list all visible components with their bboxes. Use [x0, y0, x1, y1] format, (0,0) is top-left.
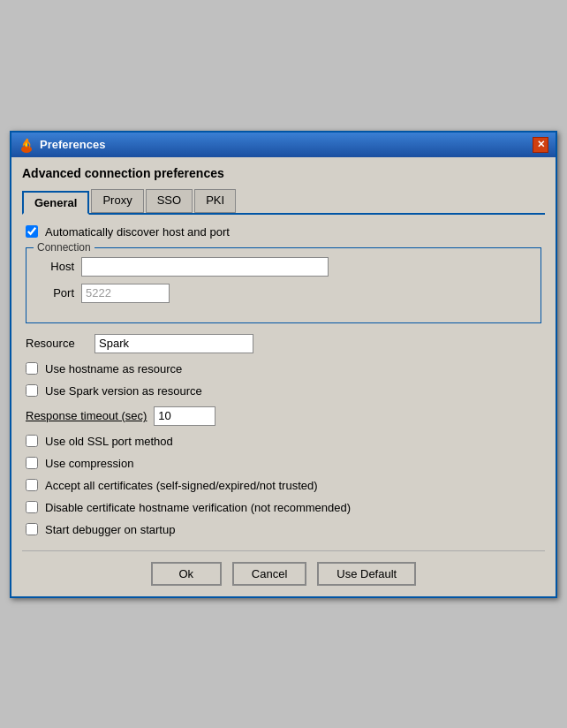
accept-certs-row: Accept all certificates (self-signed/exp…	[26, 479, 541, 492]
page-title: Advanced connection preferences	[22, 166, 545, 180]
host-input[interactable]	[81, 257, 329, 277]
use-old-ssl-row: Use old SSL port method	[26, 435, 541, 448]
accept-certs-checkbox[interactable]	[26, 479, 38, 491]
disable-cert-hostname-label: Disable certificate hostname verificatio…	[45, 501, 351, 514]
tab-content-general: Automatically discover host and port Con…	[22, 225, 545, 536]
accept-certs-label: Accept all certificates (self-signed/exp…	[45, 479, 318, 492]
host-row: Host	[39, 257, 528, 277]
tab-general[interactable]: General	[22, 191, 89, 215]
use-old-ssl-checkbox[interactable]	[26, 435, 38, 447]
use-hostname-checkbox[interactable]	[26, 362, 38, 375]
svg-point-0	[21, 146, 32, 153]
connection-fieldset: Connection Host Port	[26, 247, 541, 323]
disable-cert-hostname-checkbox[interactable]	[26, 501, 38, 513]
tab-proxy[interactable]: Proxy	[91, 189, 143, 213]
use-compression-label: Use compression	[45, 457, 133, 470]
use-spark-version-row: Use Spark version as resource	[26, 384, 541, 398]
window-title: Preferences	[40, 138, 105, 151]
auto-discover-row: Automatically discover host and port	[26, 225, 541, 239]
app-icon	[19, 137, 34, 153]
use-old-ssl-label: Use old SSL port method	[45, 435, 173, 448]
use-spark-version-label: Use Spark version as resource	[45, 384, 202, 398]
port-input[interactable]	[81, 284, 170, 303]
port-row: Port	[39, 284, 528, 303]
use-hostname-row: Use hostname as resource	[26, 362, 541, 375]
tab-bar: General Proxy SSO PKI	[22, 189, 545, 215]
title-bar: Preferences ✕	[11, 133, 556, 157]
start-debugger-row: Start debugger on startup	[26, 523, 541, 536]
auto-discover-label: Automatically discover host and port	[45, 225, 230, 239]
tab-sso[interactable]: SSO	[146, 189, 193, 213]
connection-legend: Connection	[34, 241, 94, 254]
resource-row: Resource	[26, 334, 541, 353]
resource-label: Resource	[26, 337, 87, 350]
use-compression-checkbox[interactable]	[26, 457, 38, 469]
use-compression-row: Use compression	[26, 457, 541, 470]
tab-pki[interactable]: PKI	[194, 189, 236, 213]
window-body: Advanced connection preferences General …	[11, 157, 556, 596]
response-timeout-row: Response timeout (sec)	[26, 406, 541, 426]
auto-discover-checkbox[interactable]	[26, 225, 38, 238]
title-bar-left: Preferences	[19, 137, 105, 153]
use-hostname-label: Use hostname as resource	[45, 362, 182, 375]
close-button[interactable]: ✕	[533, 137, 548, 153]
start-debugger-label: Start debugger on startup	[45, 523, 175, 536]
response-timeout-input[interactable]	[154, 406, 215, 426]
cancel-button[interactable]: Cancel	[232, 562, 306, 586]
use-spark-version-checkbox[interactable]	[26, 384, 38, 397]
resource-input[interactable]	[94, 334, 253, 353]
start-debugger-checkbox[interactable]	[26, 523, 38, 535]
host-label: Host	[39, 260, 74, 273]
ok-button[interactable]: Ok	[151, 562, 222, 586]
use-default-button[interactable]: Use Default	[317, 562, 416, 586]
buttons-row: Ok Cancel Use Default	[22, 550, 545, 586]
port-label: Port	[39, 286, 74, 300]
preferences-window: Preferences ✕ Advanced connection prefer…	[10, 131, 557, 598]
disable-cert-hostname-row: Disable certificate hostname verificatio…	[26, 501, 541, 514]
response-timeout-label: Response timeout (sec)	[26, 409, 147, 422]
